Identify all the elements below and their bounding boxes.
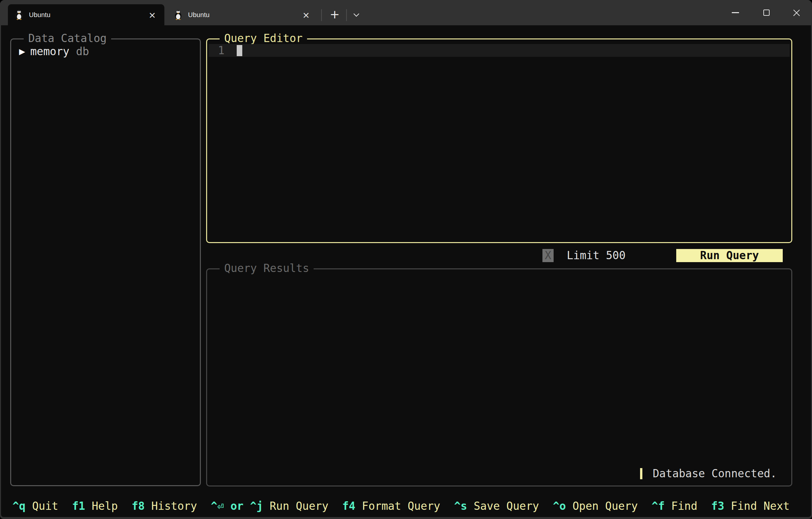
chevron-down-icon [353,13,359,17]
close-icon [792,8,801,17]
close-window-button[interactable] [786,0,807,25]
minimize-icon [732,12,739,13]
plus-icon: + [330,7,340,21]
limit-checkbox[interactable]: X [543,249,554,262]
shortcut-save-query[interactable]: ^sSave Query [454,499,539,513]
shortcut-footer: ^qQuit f1Help f8History ^⏎ or ^jRun Quer… [12,499,808,513]
shortcut-history[interactable]: f8History [132,499,197,513]
shortcut-quit[interactable]: ^qQuit [12,499,58,513]
tab-close-icon[interactable]: × [300,9,312,20]
catalog-item-memory-db[interactable]: ▶ memory db [19,45,89,58]
data-catalog-title: Data Catalog [24,32,111,45]
terminal-window: Ubuntu × Ubuntu × + [0,0,812,519]
tab-bar-divider [321,9,322,21]
linux-penguin-icon [174,9,183,20]
query-results-panel: Query Results Database Connected. [206,268,792,487]
run-query-button[interactable]: Run Query [676,249,783,262]
query-results-title: Query Results [220,262,314,275]
terminal-content: Data Catalog ▶ memory db Query Editor 1 … [1,25,811,517]
maximize-icon [763,9,770,16]
editor-active-line[interactable]: 1 [209,44,790,57]
maximize-button[interactable] [756,0,777,25]
shortcut-find-next[interactable]: f3Find Next [711,499,790,513]
connection-status-text: Database Connected. [653,467,777,480]
query-editor-title: Query Editor [220,32,307,45]
tab-ubuntu-1[interactable]: Ubuntu × [8,4,164,25]
status-row: Database Connected. [640,467,777,480]
tab-bar-divider [346,9,347,21]
shortcut-run-query[interactable]: ^⏎ or ^jRun Query [211,499,328,513]
tab-bar: Ubuntu × Ubuntu × + [0,0,812,25]
query-editor-panel[interactable]: Query Editor 1 [206,38,792,243]
catalog-item-name: memory [30,45,69,58]
tab-title: Ubuntu [29,11,141,19]
tab-close-icon[interactable]: × [147,9,158,20]
new-tab-button[interactable]: + [327,4,342,25]
limit-label[interactable]: Limit 500 [567,249,626,262]
data-catalog-panel: Data Catalog ▶ memory db [10,38,201,486]
tab-title: Ubuntu [188,11,295,19]
shortcut-help[interactable]: f1Help [72,499,118,513]
tree-expand-icon[interactable]: ▶ [19,45,30,58]
minimize-button[interactable] [725,0,746,25]
shortcut-find[interactable]: ^fFind [651,499,697,513]
status-indicator-bar [640,468,642,479]
text-cursor [237,45,242,56]
catalog-item-type: db [76,45,89,58]
run-bar: X Limit 500 Run Query [206,248,792,263]
tab-ubuntu-2[interactable]: Ubuntu × [167,4,318,25]
line-number: 1 [218,44,225,57]
tab-dropdown-button[interactable] [349,4,364,25]
shortcut-format-query[interactable]: f4Format Query [342,499,440,513]
linux-penguin-icon [14,9,24,20]
shortcut-open-query[interactable]: ^oOpen Query [553,499,638,513]
